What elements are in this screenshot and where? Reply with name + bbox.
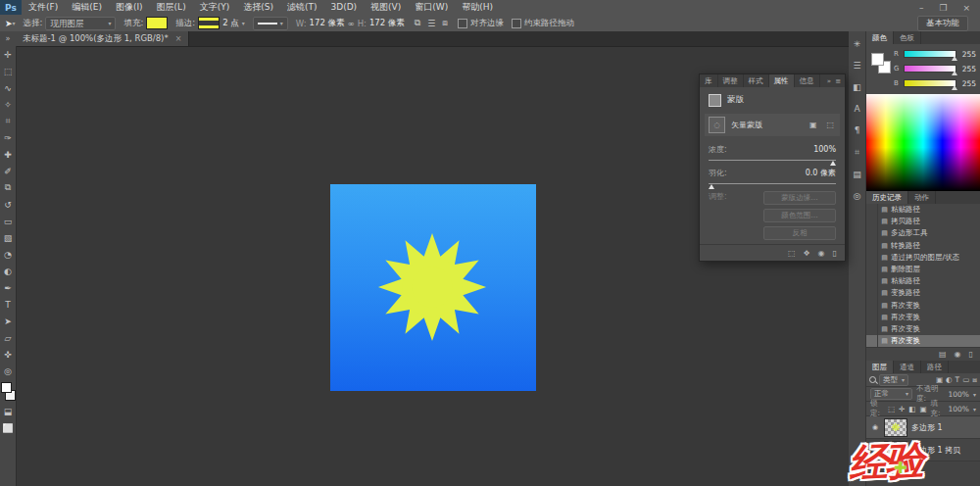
measure-panel-icon[interactable]: ⌗ [855, 147, 859, 158]
history-source-well[interactable] [866, 287, 878, 299]
quick-mask-icon[interactable]: ⬓ [0, 403, 16, 419]
menu-item[interactable]: 编辑(E) [65, 0, 109, 15]
toolbar-collapse-icon[interactable]: » [0, 31, 16, 46]
lasso-tool[interactable]: ∿ [0, 79, 16, 96]
path-arrangement-icon[interactable]: ⧈ [440, 18, 450, 28]
panel-tab[interactable]: 属性 [769, 74, 795, 87]
menu-item[interactable]: 窗口(W) [408, 0, 455, 15]
panel-tab[interactable]: 通道 [894, 361, 921, 373]
mask-adjust-button[interactable]: 反相 [763, 226, 836, 240]
history-source-well[interactable] [866, 216, 878, 227]
notes-panel-icon[interactable]: ▤ [853, 170, 861, 179]
collapse-panel-icon[interactable]: » [827, 77, 831, 85]
ps-logo[interactable]: Ps [0, 0, 22, 15]
panel-tab[interactable]: 历史记录 [866, 191, 908, 204]
shape-tool[interactable]: ▱ [0, 329, 16, 346]
menu-item[interactable]: 选择(S) [236, 0, 280, 15]
zoom-tool[interactable]: ◎ [0, 363, 16, 379]
panel-tab[interactable]: 色板 [894, 31, 921, 44]
menu-item[interactable]: 滤镜(T) [280, 0, 324, 15]
fill-caret[interactable]: ▾ [973, 406, 976, 413]
apply-mask-icon[interactable]: ❖ [803, 249, 809, 258]
gradient-tool[interactable]: ▧ [0, 229, 16, 246]
vector-mask-thumbnail[interactable]: ◌ [709, 117, 725, 133]
menu-item[interactable]: 文件(F) [22, 0, 65, 15]
stroke-swatch[interactable] [198, 17, 220, 29]
feather-slider[interactable] [709, 183, 836, 184]
path-alignment-icon[interactable]: ☰ [425, 19, 437, 28]
panel-tab[interactable]: 图层 [866, 361, 894, 373]
history-source-well[interactable] [866, 275, 878, 287]
history-source-well[interactable] [866, 204, 878, 216]
delete-mask-icon[interactable]: ▯ [833, 249, 837, 258]
add-pixel-mask-icon[interactable]: ▣ [808, 121, 819, 129]
healing-brush-tool[interactable]: ✚ [0, 146, 16, 163]
document-tab[interactable]: 未标题-1 @ 100%(多边形 1, RGB/8)* × [16, 31, 189, 46]
minimize-icon[interactable]: – [919, 3, 924, 13]
history-source-well[interactable] [866, 240, 878, 252]
history-source-well[interactable] [866, 323, 878, 335]
mask-adjust-button[interactable]: 颜色范围… [763, 209, 836, 222]
panel-tab[interactable]: 信息 [795, 74, 820, 87]
history-state-row[interactable]: ▤ 删除图层 [866, 264, 980, 275]
panel-tab[interactable]: 样式 [744, 74, 769, 87]
menu-item[interactable]: 图像(I) [109, 0, 150, 15]
brush-tool[interactable]: ✐ [0, 163, 16, 179]
history-state-row[interactable]: ▤ 通过拷贝的图层/状态 [866, 252, 980, 264]
panel-menu-icon[interactable]: ≡ [835, 77, 841, 85]
foreground-color-swatch[interactable] [871, 53, 884, 66]
lock-all-icon[interactable]: ▣ [919, 405, 926, 413]
document-close-icon[interactable]: × [175, 31, 182, 46]
opacity-caret[interactable]: ▾ [973, 391, 976, 398]
menu-item[interactable]: 3D(D) [323, 0, 364, 15]
link-dimensions-icon[interactable]: ∞ [348, 19, 355, 28]
fill-swatch[interactable] [146, 17, 168, 29]
blue-slider[interactable] [904, 79, 956, 87]
feather-value[interactable]: 0.0 像素 [806, 168, 836, 178]
opacity-value[interactable]: 100% [949, 390, 969, 399]
density-value[interactable]: 100% [813, 145, 836, 154]
blur-tool[interactable]: ◔ [0, 246, 16, 263]
history-state-row[interactable]: ▤ 再次变换 [866, 323, 980, 335]
history-source-well[interactable] [866, 335, 878, 347]
history-source-well[interactable] [866, 227, 878, 239]
layer-visibility-eye-icon[interactable]: ◉ [870, 423, 880, 431]
marquee-tool[interactable]: ⬚ [0, 63, 16, 79]
history-state-row[interactable]: ▤ 再次变换 [866, 312, 980, 323]
history-source-well[interactable] [866, 300, 878, 312]
filter-pixel-icon[interactable]: ▣ [936, 375, 943, 385]
history-state-row[interactable]: ▤ 变换路径 [866, 287, 980, 299]
new-doc-from-state-icon[interactable]: ▤ [939, 350, 947, 359]
history-state-row[interactable]: ▤ 再次变换 [866, 300, 980, 312]
restore-icon[interactable]: ❐ [939, 3, 947, 13]
select-mode-dropdown[interactable]: 现用图层 ▾ [45, 17, 116, 30]
blue-value[interactable]: 255 [960, 79, 976, 88]
menu-item[interactable]: 图层(L) [150, 0, 193, 15]
green-slider[interactable] [904, 65, 956, 73]
dodge-tool[interactable]: ◐ [0, 263, 16, 279]
height-value[interactable]: 172 像素 [369, 18, 405, 29]
filter-smart-object-icon[interactable]: ⧈ [972, 375, 977, 385]
panel-tab[interactable]: 路径 [921, 361, 949, 373]
paragraph-panel-icon[interactable]: ¶ [855, 125, 860, 135]
lock-transparency-icon[interactable]: ⬚ [888, 405, 895, 413]
history-state-row[interactable]: ▤ 转换路径 [866, 240, 980, 252]
stroke-width-value[interactable]: 2 点 [222, 18, 239, 29]
align-edges-checkbox[interactable] [458, 19, 467, 28]
history-state-row[interactable]: ▤ 粘贴路径 [866, 275, 980, 287]
width-value[interactable]: 172 像素 [310, 18, 345, 29]
constrain-path-checkbox[interactable] [512, 19, 521, 28]
filter-adjustment-icon[interactable]: ◐ [946, 375, 953, 385]
delete-state-icon[interactable]: ▯ [969, 350, 973, 359]
history-source-well[interactable] [866, 264, 878, 275]
load-selection-icon[interactable]: ⬚ [788, 249, 796, 258]
active-tool-icon[interactable]: ➤ [5, 19, 13, 28]
crop-tool[interactable]: ⌗ [0, 113, 16, 129]
stroke-style-dropdown[interactable]: ▾ [253, 17, 288, 30]
adjustments-icon[interactable]: ✳ [854, 39, 861, 49]
fill-value[interactable]: 100% [949, 405, 969, 413]
screen-mode-icon[interactable]: ⬜ [0, 419, 16, 436]
red-value[interactable]: 255 [960, 50, 976, 59]
clone-stamp-tool[interactable]: ⧉ [0, 179, 16, 196]
eraser-tool[interactable]: ▭ [0, 213, 16, 229]
